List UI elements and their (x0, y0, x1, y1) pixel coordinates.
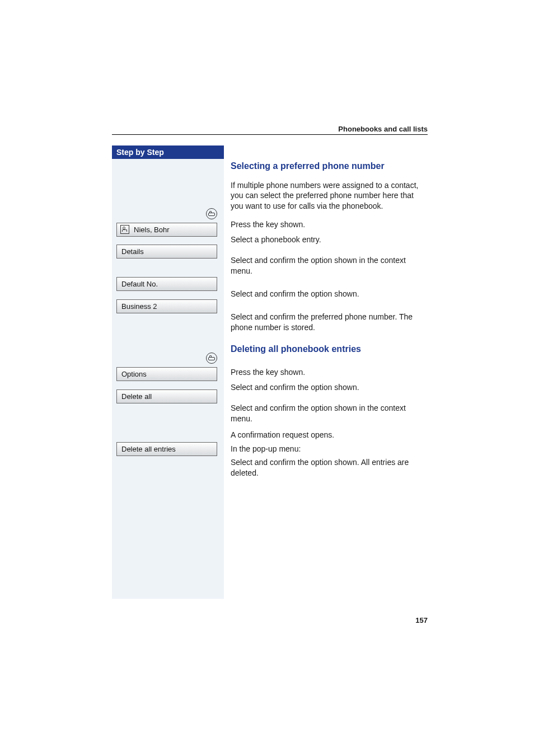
phonebook-key-icon (206, 353, 217, 364)
entry-name: Niels, Bohr (134, 226, 170, 234)
main-text-column: Selecting a preferred phone number If mu… (231, 145, 428, 599)
press-key-line: Press the key shown. (231, 367, 428, 378)
popup-line: In the pop-up menu: (231, 444, 428, 454)
header-rule (112, 134, 428, 135)
step-by-step-column: Step by Step Niels, Bohr Details Default… (112, 145, 224, 599)
deleteall-line: Select and confirm the option shown in t… (231, 403, 428, 424)
manual-page: Phonebooks and call lists Step by Step N… (0, 0, 534, 756)
business2-line: Select and confirm the preferred phone n… (231, 312, 428, 333)
details-option: Details (116, 245, 217, 259)
confirm-line: A confirmation request opens. (231, 430, 428, 440)
options-line: Select and confirm the option shown. (231, 382, 428, 393)
press-key-line: Press the key shown. (231, 219, 428, 230)
two-column-layout: Step by Step Niels, Bohr Details Default… (112, 145, 428, 599)
step-by-step-header: Step by Step (112, 145, 224, 159)
contact-card-icon (120, 225, 129, 234)
page-number: 157 (415, 616, 428, 624)
default-no-option: Default No. (116, 277, 217, 291)
section-heading: Selecting a preferred phone number (231, 160, 428, 172)
defaultno-line: Select and confirm the option shown. (231, 289, 428, 299)
delete-all-entries-option: Delete all entries (116, 442, 217, 456)
phonebook-key-row-2 (116, 353, 219, 364)
phonebook-key-icon (206, 208, 217, 219)
options-option: Options (116, 367, 217, 381)
intro-paragraph: If multiple phone numbers were assigned … (231, 180, 428, 212)
delete-entries-line: Select and confirm the option shown. All… (231, 457, 428, 478)
business-2-option: Business 2 (116, 299, 217, 313)
phonebook-key-row (116, 208, 219, 219)
delete-all-option: Delete all (116, 389, 217, 403)
phonebook-entry-option: Niels, Bohr (116, 223, 217, 237)
select-entry-line: Select a phonebook entry. (231, 234, 428, 245)
section-heading: Deleting all phonebook entries (231, 343, 428, 355)
details-line: Select and confirm the option shown in t… (231, 255, 428, 276)
running-header: Phonebooks and call lists (338, 125, 428, 133)
